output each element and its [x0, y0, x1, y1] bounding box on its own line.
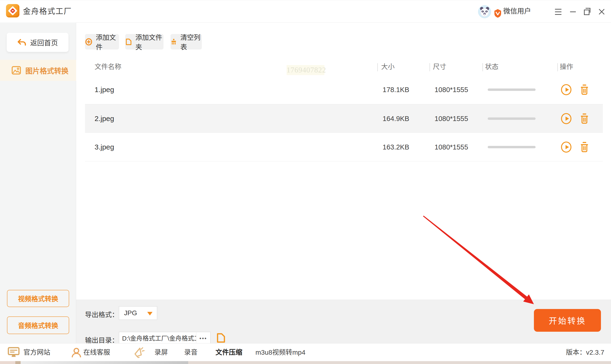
footer-file-compress[interactable]: 文件压缩: [216, 343, 242, 361]
play-icon: [561, 141, 572, 153]
file-name: 3.jpeg: [95, 133, 114, 161]
user-avatar[interactable]: [478, 5, 491, 18]
file-name: 2.jpeg: [95, 104, 114, 133]
convert-play-button[interactable]: [560, 141, 572, 153]
app-window: 金舟格式工厂 微信用户: [0, 0, 611, 364]
footer-m3u8-convert[interactable]: m3u8视频转mp4: [256, 343, 305, 361]
col-dimensions: 尺寸: [433, 60, 446, 75]
audio-convert-button[interactable]: 音频格式转换: [7, 316, 69, 334]
file-size: 163.2KB: [383, 133, 409, 161]
start-convert-button[interactable]: 开始转换: [534, 309, 601, 332]
hamburger-icon: [555, 9, 561, 15]
col-status: 状态: [485, 60, 499, 75]
file-dimensions: 1080*1555: [434, 104, 468, 133]
file-name: 1.jpeg: [95, 75, 114, 104]
footer-audio-record[interactable]: 录音: [184, 343, 198, 361]
megaphone-icon: [133, 346, 145, 358]
back-home-button[interactable]: 返回首页: [7, 33, 68, 52]
col-size: 大小: [381, 60, 394, 75]
version-label: 版本：v2.3.7: [566, 343, 604, 361]
image-icon: [12, 66, 21, 75]
app-title: 金舟格式工厂: [23, 0, 72, 23]
clear-list-button[interactable]: 清空列表: [170, 34, 202, 50]
sidebar-item-image-convert[interactable]: 图片格式转换: [0, 60, 76, 81]
add-folder-button[interactable]: 添加文件夹: [125, 34, 163, 50]
progress-bar: [488, 89, 536, 91]
chevron-down-icon: [147, 312, 152, 315]
play-icon: [561, 113, 572, 124]
footer-official-site[interactable]: 官方网站: [24, 343, 50, 361]
sidebar: 返回首页 图片格式转换 视频格式转换 音频格式转换: [0, 23, 76, 343]
minimize-icon: [570, 12, 576, 12]
col-filename: 文件名称: [95, 60, 121, 75]
restore-icon: [584, 10, 589, 15]
play-icon: [561, 84, 572, 95]
browse-dots-button[interactable]: •••: [196, 332, 210, 345]
add-file-button[interactable]: 添加文件: [85, 34, 119, 50]
export-format-label: 导出格式：: [85, 310, 119, 319]
start-convert-label: 开始转换: [549, 314, 586, 326]
output-settings-panel: 导出格式： JPG 输出目录： D:\金舟格式工厂\金舟格式工 •••: [76, 300, 611, 343]
back-home-label: 返回首页: [30, 37, 58, 47]
table-header: 文件名称 大小 尺寸 状态 操作: [85, 60, 603, 76]
col-actions: 操作: [560, 60, 573, 75]
add-folder-label: 添加文件夹: [136, 32, 163, 52]
table-row: 2.jpeg 164.9KB 1080*1555: [85, 104, 603, 133]
broom-icon: [170, 38, 177, 46]
taskbar-sliver: [0, 361, 611, 364]
footer-online-support[interactable]: 在线客服: [83, 343, 110, 361]
trash-icon: [579, 84, 590, 95]
circle-plus-icon: [85, 38, 92, 46]
footer-bar: 官方网站 在线客服 录屏 录音 文件压缩 m3u8视频转mp4 版本：v2.3.…: [0, 343, 611, 361]
add-file-label: 添加文件: [96, 32, 119, 52]
file-dimensions: 1080*1555: [434, 75, 468, 104]
restore-button[interactable]: [582, 6, 593, 17]
audio-convert-label: 音频格式转换: [18, 321, 58, 330]
delete-button[interactable]: [579, 84, 590, 95]
title-bar: 金舟格式工厂 微信用户: [0, 0, 611, 23]
user-name[interactable]: 微信用户: [503, 0, 531, 23]
export-format-select[interactable]: JPG: [119, 306, 157, 320]
video-convert-label: 视频格式转换: [18, 294, 58, 303]
progress-bar: [488, 117, 536, 120]
convert-play-button[interactable]: [560, 113, 572, 124]
delete-button[interactable]: [579, 113, 590, 124]
clear-list-label: 清空列表: [180, 32, 202, 52]
return-arrow-icon: [17, 39, 26, 46]
folder-icon: [216, 332, 226, 344]
trash-icon: [579, 113, 590, 124]
open-folder-button[interactable]: [216, 332, 226, 344]
table-row: 1.jpeg 178.1KB 1080*1555: [85, 75, 603, 104]
menu-button[interactable]: [553, 6, 564, 17]
person-icon: [71, 347, 82, 358]
delete-button[interactable]: [579, 141, 590, 153]
export-format-value: JPG: [124, 309, 137, 317]
watermark: 1769407822: [286, 65, 325, 75]
file-size: 178.1KB: [383, 75, 409, 104]
minimize-button[interactable]: [567, 6, 578, 17]
close-icon: [598, 9, 605, 15]
file-size: 164.9KB: [383, 104, 409, 133]
app-logo-icon: [6, 4, 19, 17]
sidebar-item-label: 图片格式转换: [25, 65, 68, 76]
video-convert-button[interactable]: 视频格式转换: [7, 290, 69, 307]
file-icon: [125, 37, 132, 46]
footer-screen-record[interactable]: 录屏: [154, 343, 168, 361]
vip-badge-icon: [494, 9, 502, 18]
file-dimensions: 1080*1555: [434, 133, 468, 161]
table-row: 3.jpeg 163.2KB 1080*1555: [85, 133, 603, 161]
trash-icon: [579, 141, 590, 153]
close-button[interactable]: [596, 6, 607, 17]
monitor-icon: [8, 347, 20, 358]
progress-bar: [488, 146, 536, 148]
convert-play-button[interactable]: [560, 84, 572, 95]
output-dir-value[interactable]: D:\金舟格式工厂\金舟格式工: [119, 332, 196, 345]
